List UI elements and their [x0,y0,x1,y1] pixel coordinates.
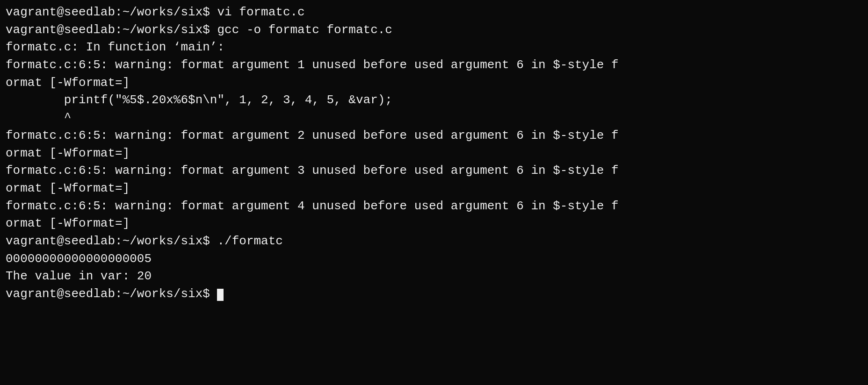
terminal-line: vagrant@seedlab:~/works/six$ gcc -o form… [6,21,862,39]
terminal-line: printf("%5$.20x%6$n\n", 1, 2, 3, 4, 5, &… [6,92,862,109]
terminal-line: vagrant@seedlab:~/works/six$ ./formatc [6,233,862,250]
terminal-line: ormat [-Wformat=] [6,215,862,233]
terminal-line: formatc.c:6:5: warning: format argument … [6,57,862,74]
terminal-line: The value in var: 20 [6,268,862,285]
terminal-line: formatc.c:6:5: warning: format argument … [6,198,862,215]
terminal-line: vagrant@seedlab:~/works/six$ vi formatc.… [6,4,862,21]
terminal-line: ^ [6,109,862,127]
terminal-window[interactable]: vagrant@seedlab:~/works/six$ vi formatc.… [6,4,862,385]
terminal-line: formatc.c:6:5: warning: format argument … [6,127,862,145]
terminal-line: ormat [-Wformat=] [6,145,862,163]
terminal-line: vagrant@seedlab:~/works/six$ [6,285,862,303]
terminal-line: 00000000000000000005 [6,250,862,268]
terminal-line: formatc.c: In function ‘main’: [6,39,862,57]
terminal-line: formatc.c:6:5: warning: format argument … [6,162,862,180]
terminal-line: ormat [-Wformat=] [6,74,862,92]
terminal-cursor [217,289,224,301]
terminal-line: ormat [-Wformat=] [6,180,862,198]
